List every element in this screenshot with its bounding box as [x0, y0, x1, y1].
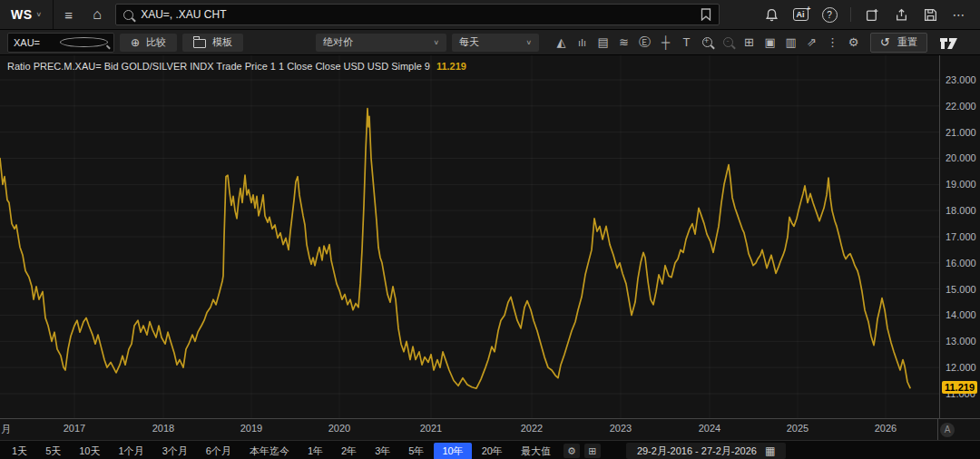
gear-icon: ⚙ — [567, 445, 576, 457]
symbol-input[interactable]: XAU= — [7, 33, 114, 53]
hamburger-menu-button[interactable]: ≡ — [54, 0, 83, 29]
chart-area: Ratio PREC.M.XAU= Bid GOLD/SILVER INDX T… — [0, 55, 980, 418]
zoom-out-icon[interactable] — [720, 34, 736, 52]
waves-icon[interactable]: ≋ — [616, 34, 632, 52]
price-axis-label: 14.000 — [946, 308, 976, 321]
chart-plot[interactable]: Ratio PREC.M.XAU= Bid GOLD/SILVER INDX T… — [0, 55, 939, 418]
price-series-line — [0, 55, 939, 418]
time-axis-label: 2022 — [512, 423, 552, 434]
notebook-icon[interactable]: ▥ — [783, 34, 799, 52]
events-icon[interactable]: Ⓔ — [637, 34, 652, 52]
last-price-badge: 11.219 — [942, 381, 977, 394]
save-button[interactable] — [918, 0, 942, 29]
range-button-20年[interactable]: 20年 — [474, 443, 511, 459]
more-options-button[interactable]: ⋯ — [947, 0, 971, 29]
workspace-menu[interactable]: WS ∨ — [0, 0, 54, 29]
price-axis-label: 18.000 — [946, 204, 976, 217]
range-button-10年[interactable]: 10年 — [434, 443, 471, 459]
zoom-in-icon[interactable] — [700, 34, 715, 52]
range-button-6个月[interactable]: 6个月 — [198, 443, 240, 459]
grid-layout-icon[interactable]: ⊞ — [741, 34, 757, 52]
range-button-本年迄今[interactable]: 本年迄今 — [241, 443, 298, 459]
price-axis-label: 15.000 — [946, 283, 976, 296]
reset-button[interactable]: ↺ 重置 — [870, 33, 927, 53]
notifications-bell-button[interactable] — [760, 0, 783, 29]
range-button-3个月[interactable]: 3个月 — [154, 443, 196, 459]
compare-button[interactable]: ⊕ 比较 — [120, 34, 177, 52]
layout-grid-button[interactable]: ⊞ — [584, 444, 601, 458]
chevron-down-icon: ∨ — [36, 11, 43, 18]
more-icon: ⋯ — [953, 7, 966, 22]
global-search-input[interactable]: XAU=, .XAU CHT — [115, 4, 720, 25]
chart-tools-strip: ◭ıIı▤≋Ⓔ┼T⊞▣▥⇗⋮⚙ — [554, 34, 861, 52]
date-range-picker[interactable]: 29-2月-2016 - 27-2月-2026 ▦ — [626, 443, 786, 459]
search-value: XAU=, .XAU CHT — [141, 8, 693, 21]
save-icon — [924, 8, 937, 22]
time-axis-label: 2018 — [143, 423, 183, 434]
autoscale-button[interactable]: A — [940, 423, 955, 437]
folder-icon — [193, 39, 206, 48]
text-tool-icon[interactable]: T — [679, 34, 694, 52]
search-icon — [123, 10, 133, 20]
time-axis-label: 月 — [1, 423, 11, 436]
share-button[interactable] — [889, 0, 913, 29]
compare-label: 比较 — [146, 35, 166, 49]
bar-style-icon[interactable]: ıIı — [574, 34, 590, 52]
hamburger-icon: ≡ — [64, 7, 72, 23]
chart-toolbar: XAU= ⊕ 比较 模板 绝对价 ∨ 每天 ∨ ◭ıIı▤≋Ⓔ┼T⊞▣▥⇗⋮⚙ … — [0, 30, 980, 55]
top-bar: WS ∨ ≡ ⌂ XAU=, .XAU CHT Ai+ ? ⋯ — [0, 0, 980, 30]
ai-assistant-button[interactable]: Ai+ — [789, 0, 812, 29]
chevron-down-icon: ∨ — [433, 39, 439, 46]
layers-icon[interactable]: ▤ — [595, 34, 611, 52]
grid-icon: ⊞ — [588, 445, 596, 457]
measure-icon[interactable]: ┼ — [658, 34, 673, 52]
range-button-1年[interactable]: 1年 — [299, 443, 331, 459]
time-axis[interactable]: 月201720182019202020212022202320242025202… — [0, 418, 980, 440]
price-axis-label: 20.000 — [946, 151, 976, 164]
price-axis[interactable]: 23.00022.00021.00020.00019.00018.00017.0… — [939, 55, 980, 418]
help-icon: ? — [822, 7, 838, 23]
time-axis-label: 2026 — [866, 423, 906, 434]
time-axis-label: 2025 — [778, 423, 818, 434]
range-buttons: 1天5天10天1个月3个月6个月本年迄今1年2年3年5年10年20年最大值 — [4, 443, 559, 459]
price-axis-label: 21.000 — [946, 126, 976, 139]
template-label: 模板 — [212, 35, 232, 49]
reset-label: 重置 — [897, 35, 917, 49]
range-settings-button[interactable]: ⚙ — [564, 444, 580, 458]
expand-icon[interactable]: ▣ — [762, 34, 778, 52]
interval-select[interactable]: 每天 ∨ — [452, 34, 539, 52]
series-description: Ratio PREC.M.XAU= Bid GOLD/SILVER INDX T… — [7, 61, 430, 72]
range-button-3年[interactable]: 3年 — [367, 443, 398, 459]
search-icon — [60, 37, 108, 47]
range-button-5天[interactable]: 5天 — [37, 443, 69, 459]
price-axis-label: 13.000 — [946, 335, 976, 347]
range-button-1个月[interactable]: 1个月 — [111, 443, 152, 459]
range-button-2年[interactable]: 2年 — [333, 443, 365, 459]
chart-export-icon[interactable]: ⇗ — [804, 34, 819, 52]
ai-icon: Ai+ — [793, 8, 808, 21]
bell-icon — [765, 8, 779, 22]
chevron-down-icon: ∨ — [525, 39, 532, 46]
range-button-10天[interactable]: 10天 — [71, 443, 108, 459]
settings-gear-icon[interactable]: ⚙ — [846, 34, 861, 52]
price-mode-select[interactable]: 绝对价 ∨ — [316, 34, 446, 52]
range-button-1天[interactable]: 1天 — [4, 443, 35, 459]
time-axis-labels: 月201720182019202020212022202320242025202… — [0, 419, 937, 440]
range-button-5年[interactable]: 5年 — [400, 443, 432, 459]
time-axis-label: 2024 — [690, 423, 730, 434]
help-button[interactable]: ? — [818, 0, 841, 29]
tradingview-logo[interactable] — [940, 36, 957, 49]
time-axis-label: 2019 — [231, 423, 271, 434]
symbol-value: XAU= — [14, 37, 60, 48]
series-legend[interactable]: Ratio PREC.M.XAU= Bid GOLD/SILVER INDX T… — [7, 61, 466, 72]
range-button-最大值[interactable]: 最大值 — [513, 443, 559, 459]
more-vertical-icon[interactable]: ⋮ — [825, 34, 840, 52]
chart-style-icon[interactable]: ◭ — [554, 34, 569, 52]
bookmark-icon[interactable] — [701, 8, 711, 21]
price-axis-label: 19.000 — [946, 178, 976, 190]
time-axis-label: 2020 — [319, 423, 359, 434]
home-button[interactable]: ⌂ — [83, 0, 112, 29]
template-button[interactable]: 模板 — [182, 34, 243, 52]
new-window-button[interactable] — [860, 0, 884, 29]
ws-logo: WS — [11, 7, 33, 22]
